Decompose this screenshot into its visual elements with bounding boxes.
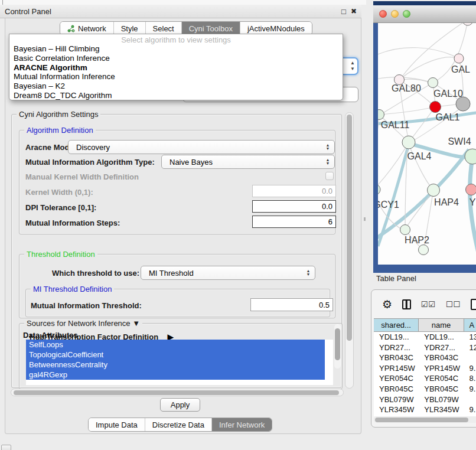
scrollbar-thumb[interactable]	[335, 328, 340, 360]
network-node[interactable]	[462, 23, 473, 25]
control-panel-titlebar: Control Panel □ ✖	[0, 5, 361, 18]
network-node-gal4[interactable]	[402, 136, 415, 149]
data-attribute-selfloops[interactable]: SelfLoops	[26, 340, 325, 350]
export-table-icon[interactable]	[471, 299, 476, 310]
which-threshold-label: Which threshold to use:	[52, 269, 139, 278]
apply-button[interactable]: Apply	[160, 398, 200, 412]
tab-label: Discretize Data	[152, 420, 204, 429]
mi-type-label: Mutual Information Algorithm Type:	[25, 158, 155, 167]
dpi-tolerance-label: DPI Tolerance [0,1]:	[25, 203, 96, 212]
window-frame-top	[373, 1, 476, 5]
table-row[interactable]: YLR345WYLR345W9.	[374, 405, 476, 415]
network-node-gal10[interactable]	[428, 78, 438, 88]
mi-threshold-group: MI Threshold Definition Mutual Informati…	[25, 289, 330, 317]
network-node[interactable]	[419, 245, 429, 255]
table-cell: 9.	[464, 405, 476, 415]
collapse-down-icon[interactable]: ▼	[132, 319, 140, 328]
table-row[interactable]: YPR145WYPR145W9.	[374, 363, 476, 374]
which-threshold-combo[interactable]: MI Threshold ▲▼	[141, 266, 315, 280]
hide-columns-icon[interactable]: ☐☐	[446, 300, 461, 309]
network-edge[interactable]	[378, 48, 457, 58]
column-header-a[interactable]: A	[464, 319, 476, 332]
settings-vertical-scrollbar[interactable]	[345, 112, 354, 389]
group-title: Cyni Algorithm Settings	[17, 110, 100, 119]
table-cell: 9.	[464, 384, 476, 394]
scrollbar-thumb[interactable]	[375, 418, 468, 422]
network-edge[interactable]	[380, 107, 432, 115]
network-node-hap2[interactable]	[400, 225, 410, 235]
table-cell: YLR345W	[374, 405, 419, 415]
table-cell: YDL19...	[419, 332, 464, 343]
network-edge[interactable]	[470, 158, 476, 258]
table-horizontal-scrollbar[interactable]	[374, 416, 476, 423]
minimize-light-icon[interactable]	[391, 10, 399, 18]
mi-type-combo[interactable]: Naive Bayes ▲▼	[161, 155, 335, 169]
tab-cyni-toolbox[interactable]: Cyni Toolbox	[181, 22, 240, 35]
docked-panel-icon[interactable]	[1, 445, 11, 450]
mi-steps-input[interactable]	[252, 216, 336, 228]
table-row[interactable]: YBL079WYBL079W	[374, 394, 476, 405]
node-label-y: Y	[470, 197, 476, 207]
table-cell: YBR043C	[374, 353, 419, 363]
algorithm-option-dream8-dc-tdc-algorithm[interactable]: Dream8 DC_TDC Algorithm	[9, 91, 343, 100]
tab-select[interactable]: Select	[145, 22, 181, 35]
network-node-gal1[interactable]	[430, 102, 441, 113]
tab-discretize-data[interactable]: Discretize Data	[145, 418, 211, 431]
close-light-icon[interactable]	[379, 10, 387, 18]
threshold-definition-group: Threshold Definition Which threshold to …	[19, 254, 335, 318]
kernel-width-input[interactable]	[252, 185, 336, 197]
network-edge[interactable]	[378, 77, 433, 83]
tab-jactivemnodules[interactable]: jActiveMNodules	[240, 22, 312, 35]
dropdown-item-list: Bayesian – Hill ClimbingBasic Correlatio…	[9, 44, 343, 100]
algorithm-option-basic-correlation-inference[interactable]: Basic Correlation Inference	[9, 54, 343, 63]
data-attribute-topologicalcoefficient[interactable]: TopologicalCoefficient	[26, 350, 325, 360]
mi-type-value: Naive Bayes	[169, 158, 213, 167]
tab-infer-network[interactable]: Infer Network	[211, 418, 272, 431]
tab-label: Infer Network	[219, 420, 265, 429]
dpi-tolerance-input[interactable]	[252, 200, 336, 213]
split-columns-icon[interactable]	[402, 299, 411, 309]
manual-kernel-checkbox[interactable]	[325, 172, 334, 180]
scrollbar-thumb[interactable]	[347, 115, 352, 341]
network-canvas[interactable]: GALGAL80GAL10GAL1GAL11GAL4SWI4GCY1HAP4YH…	[378, 23, 476, 265]
tab-impute-data[interactable]: Impute Data	[89, 418, 145, 431]
spinner-arrows-icon: ▲▼	[350, 60, 355, 72]
table-row[interactable]: YDR27...YDR27...12	[374, 343, 476, 353]
group-title: Threshold Definition	[24, 250, 97, 259]
network-edge[interactable]	[378, 118, 379, 187]
data-attribute-gal4rgexp[interactable]: gal4RGexp	[26, 370, 325, 380]
combo-stepper-icon: ▲▼	[324, 156, 331, 167]
network-node[interactable]	[456, 97, 470, 111]
table-row[interactable]: YDL19...YDL19...13	[374, 332, 476, 343]
network-window-titlebar[interactable]	[373, 5, 476, 23]
float-window-icon[interactable]: □	[341, 7, 346, 16]
show-columns-icon[interactable]: ☑☑	[421, 300, 436, 309]
network-node-gcy1[interactable]	[378, 184, 380, 195]
settings-gear-icon[interactable]: ⚙	[382, 298, 392, 311]
table-row[interactable]: YER054CYER054C8.	[374, 373, 476, 384]
algorithm-option-aracne-algorithm[interactable]: ARACNE Algorithm	[9, 63, 343, 73]
close-window-icon[interactable]: ✖	[351, 7, 357, 15]
attributes-scrollbar[interactable]	[334, 324, 341, 369]
network-node-hap4[interactable]	[428, 184, 440, 197]
table-row[interactable]: YBR045CYBR045C9.	[374, 384, 476, 394]
algorithm-option-bayesian-k2[interactable]: Bayesian – K2	[9, 81, 343, 91]
data-attribute-betweennesscentrality[interactable]: BetweennessCentrality	[26, 360, 325, 370]
network-graph[interactable]: GALGAL80GAL10GAL1GAL11GAL4SWI4GCY1HAP4YH…	[378, 23, 476, 265]
table-row[interactable]: YBR043CYBR043C	[374, 353, 476, 363]
panel-splitter-handle[interactable]	[364, 217, 366, 221]
zoom-light-icon[interactable]	[403, 10, 410, 18]
algorithm-option-mutual-information-inference[interactable]: Mutual Information Inference	[9, 72, 343, 81]
aracne-mode-combo[interactable]: Discovery ▲▼	[68, 140, 335, 154]
algorithm-option-bayesian-hill-climbing[interactable]: Bayesian – Hill Climbing	[9, 44, 343, 54]
network-node-gal[interactable]	[454, 54, 464, 63]
mi-threshold-label: Mutual Information Threshold:	[31, 301, 142, 310]
settings-horizontal-scrollbar[interactable]	[11, 389, 344, 396]
mi-threshold-input[interactable]	[250, 298, 333, 311]
scrollbar-thumb[interactable]	[14, 390, 339, 395]
network-node-y[interactable]	[466, 184, 476, 195]
tab-network[interactable]: Network	[60, 22, 113, 35]
column-header-name[interactable]: name	[419, 319, 464, 332]
column-header-shared[interactable]: shared...	[374, 319, 419, 332]
tab-style[interactable]: Style	[113, 22, 145, 35]
